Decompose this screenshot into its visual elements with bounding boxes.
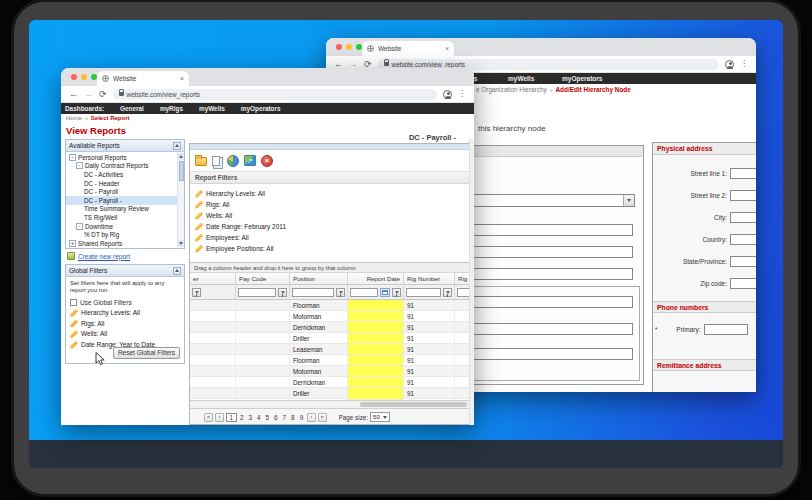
pager-page[interactable]: 4 [256, 414, 263, 421]
report-filter-item[interactable]: Employees: All [195, 232, 469, 243]
dropdown-button[interactable] [623, 195, 634, 206]
state-province-field[interactable] [730, 256, 756, 267]
tree-item-dc-activities[interactable]: DC - Activities [66, 170, 184, 179]
use-global-filters-checkbox[interactable] [70, 299, 77, 306]
chart-view-icon[interactable] [227, 155, 239, 167]
global-filter-item[interactable]: Wells: All [70, 330, 180, 338]
tree-scrollbar[interactable] [177, 153, 184, 247]
nav-item-myrigs[interactable]: myRigs [160, 105, 183, 112]
pager-last-button[interactable]: » [318, 413, 327, 422]
profile-avatar-icon[interactable] [443, 90, 452, 99]
table-row[interactable]: Motorman91 [190, 311, 469, 322]
tree-expander-icon[interactable]: + [69, 240, 76, 247]
minimize-window-icon[interactable] [346, 44, 352, 50]
column-header-rig-te[interactable]: Rig Te [455, 273, 470, 284]
calendar-icon[interactable] [380, 288, 390, 297]
tree-expander-icon[interactable]: - [69, 154, 76, 161]
filter-funnel-icon[interactable] [336, 288, 345, 297]
page-scrollbar[interactable] [469, 139, 474, 425]
nav-item-myoperators[interactable]: myOperators [562, 75, 602, 82]
profile-avatar-icon[interactable] [725, 60, 734, 69]
rig-number-filter-input[interactable] [406, 288, 441, 297]
report-filter-item[interactable]: Employee Positions: All [195, 243, 469, 254]
pager-page[interactable]: 2 [239, 414, 246, 421]
breadcrumb-parent[interactable]: e Organization Hierarchy [476, 86, 547, 93]
forward-icon[interactable]: → [84, 90, 93, 99]
tree-item-dc-payroll-selected[interactable]: DC - Payroll - [66, 196, 184, 205]
pager-page-current[interactable]: 1 [226, 413, 237, 422]
address-bar[interactable]: website.com/view_reports [113, 89, 437, 100]
table-row[interactable]: Floorman91 [190, 300, 469, 311]
collapse-panel-button[interactable] [173, 267, 181, 275]
create-new-report-link[interactable]: Create new report [67, 252, 185, 260]
report-filter-item[interactable]: Hierarchy Levels: All [195, 188, 469, 199]
pager-page[interactable]: 7 [281, 414, 288, 421]
scrollbar-thumb[interactable] [360, 402, 467, 407]
group-by-bar[interactable]: Drag a column header and drop it here to… [190, 263, 469, 273]
pager-page[interactable]: 9 [298, 414, 305, 421]
street-line-2-field[interactable] [730, 190, 756, 201]
back-icon[interactable]: ← [69, 90, 78, 99]
breadcrumb-home[interactable]: Home [66, 115, 82, 121]
nav-item-dashboards[interactable]: Dashboards: [65, 105, 104, 112]
tree-item-dc-header[interactable]: DC - Header [66, 179, 184, 188]
pager-page[interactable]: 8 [290, 414, 297, 421]
table-row[interactable]: Driller91 [190, 388, 469, 399]
city-field[interactable] [730, 212, 756, 223]
filter-funnel-icon[interactable] [443, 288, 452, 297]
close-window-icon[interactable] [71, 74, 77, 80]
form-field[interactable] [461, 246, 633, 258]
pager-next-button[interactable]: › [307, 413, 316, 422]
scroll-down-icon[interactable] [178, 240, 184, 247]
browser-menu-icon[interactable]: ⋮ [458, 90, 466, 98]
nav-item-general[interactable]: General [120, 105, 144, 112]
column-header-report-date[interactable]: Report Date [348, 273, 404, 284]
horizontal-scrollbar[interactable] [190, 400, 469, 408]
report-filter-item[interactable]: Rigs: All [195, 199, 469, 210]
report-filter-item[interactable]: Wells: All [195, 210, 469, 221]
delete-report-icon[interactable]: × [261, 155, 273, 167]
collapse-panel-button[interactable] [173, 142, 181, 150]
table-row[interactable]: Derrickman91 [190, 377, 469, 388]
tree-expander-icon[interactable]: - [76, 223, 83, 230]
filter-funnel-icon[interactable] [192, 288, 201, 297]
hierarchy-dropdown[interactable] [461, 194, 635, 207]
pager-page[interactable]: 5 [264, 414, 271, 421]
tree-item-downtime[interactable]: - Downtime [66, 222, 184, 231]
position-filter-input[interactable] [292, 288, 334, 297]
pager-prev-button[interactable]: ‹ [215, 413, 224, 422]
global-filter-item[interactable]: Rigs: All [70, 319, 180, 327]
street-line-1-field[interactable] [730, 168, 756, 179]
zip-code-field[interactable] [730, 278, 756, 289]
pager-page[interactable]: 3 [247, 414, 254, 421]
tree-expander-icon[interactable]: - [76, 162, 83, 169]
tree-item-shared-reports[interactable]: + Shared Reports [66, 239, 184, 248]
report-filter-item[interactable]: Date Range: February 2011 [195, 221, 469, 232]
pager-first-button[interactable]: « [204, 413, 213, 422]
save-report-icon[interactable] [195, 157, 207, 166]
table-row[interactable]: Floorman91 [190, 355, 469, 366]
table-row[interactable]: Motorman91 [190, 366, 469, 377]
tab-close-icon[interactable]: × [445, 45, 449, 52]
scrollbar-thumb[interactable] [179, 161, 184, 181]
page-size-select[interactable]: 50 [370, 412, 390, 422]
close-window-icon[interactable] [336, 44, 342, 50]
nav-item-myoperators[interactable]: myOperators [241, 105, 281, 112]
tree-item-dc-payroll[interactable]: DC - Payroll [66, 187, 184, 196]
country-field[interactable] [730, 234, 756, 245]
copy-report-icon[interactable] [212, 156, 220, 166]
column-header-position[interactable]: Position [290, 273, 348, 284]
tree-item-personal-reports[interactable]: - Personal Reports [66, 153, 184, 162]
table-row[interactable]: Driller91 [190, 333, 469, 344]
filter-funnel-icon[interactable] [278, 288, 287, 297]
browser-tab[interactable]: Website × [97, 71, 189, 86]
reload-icon[interactable]: ⟳ [99, 90, 107, 99]
table-row[interactable]: Derrickman91 [190, 322, 469, 333]
global-filter-item[interactable]: Hierarchy Levels: All [70, 309, 180, 317]
tree-item-time-summary-review[interactable]: Time Summary Review [66, 205, 184, 214]
column-header-partial[interactable]: er [190, 273, 236, 284]
minimize-window-icon[interactable] [81, 74, 87, 80]
form-field[interactable] [461, 323, 633, 335]
scroll-up-icon[interactable] [178, 153, 184, 160]
browser-tab[interactable]: Website × [362, 41, 454, 56]
